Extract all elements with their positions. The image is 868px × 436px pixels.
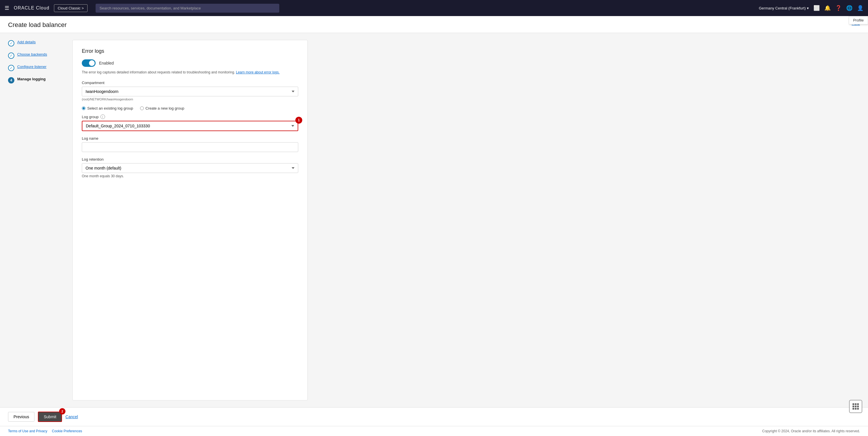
learn-more-link[interactable]: Learn more about error logs. bbox=[236, 70, 280, 74]
main-content: ✓ Add details ✓ Choose backends ✓ Config… bbox=[0, 33, 868, 407]
log-retention-label: Log retention bbox=[82, 157, 298, 162]
step-label-add-details: Add details bbox=[17, 40, 36, 44]
compartment-label: Compartment bbox=[82, 80, 298, 85]
page-header: Create load balancer Help bbox=[0, 16, 868, 33]
footer-links: Terms of Use and Privacy Cookie Preferen… bbox=[8, 429, 82, 433]
search-input[interactable] bbox=[96, 4, 279, 12]
description-text: The error log captures detailed informat… bbox=[82, 70, 298, 75]
region-selector[interactable]: Germany Central (Frankfurt) ▾ bbox=[759, 6, 809, 10]
step-label-manage-logging: Manage logging bbox=[17, 77, 45, 81]
toggle-label: Enabled bbox=[99, 61, 114, 65]
compartment-path: (root)/NETWORK/IwanHoogendoorn bbox=[82, 98, 298, 101]
form-panel: Error logs Enabled The error log capture… bbox=[72, 40, 308, 400]
cookies-link[interactable]: Cookie Preferences bbox=[52, 429, 82, 433]
log-group-info-icon[interactable]: i bbox=[100, 114, 105, 119]
log-retention-select[interactable]: One month (default) bbox=[82, 163, 298, 173]
step-icon-manage-logging: 4 bbox=[8, 77, 14, 83]
globe-icon[interactable]: 🌐 bbox=[846, 5, 852, 11]
log-group-label: Log group i bbox=[82, 114, 298, 119]
help-widget[interactable] bbox=[849, 400, 862, 413]
badge-1: 1 bbox=[296, 117, 302, 124]
terminal-icon[interactable]: ⬜ bbox=[813, 5, 820, 11]
step-add-details[interactable]: ✓ Add details bbox=[8, 40, 65, 46]
submit-button-wrapper: 2 Submit bbox=[38, 412, 62, 422]
terms-link[interactable]: Terms of Use and Privacy bbox=[8, 429, 48, 433]
badge-2: 2 bbox=[59, 408, 65, 414]
help-widget-grid bbox=[852, 403, 859, 410]
step-choose-backends[interactable]: ✓ Choose backends bbox=[8, 52, 65, 59]
step-icon-add-details: ✓ bbox=[8, 40, 14, 46]
cancel-button[interactable]: Cancel bbox=[65, 414, 78, 419]
user-avatar[interactable]: 👤 bbox=[857, 5, 863, 11]
radio-new-input[interactable] bbox=[140, 106, 144, 110]
footer: Terms of Use and Privacy Cookie Preferen… bbox=[0, 426, 868, 436]
oracle-logo: ORACLE Cloud bbox=[14, 5, 50, 11]
page-container: Create load balancer Help ✓ Add details … bbox=[0, 16, 868, 436]
header: ☰ ORACLE Cloud Cloud Classic > Germany C… bbox=[0, 0, 868, 16]
log-name-label: Log name bbox=[82, 136, 298, 140]
step-label-choose-backends: Choose backends bbox=[17, 52, 47, 57]
log-group-select[interactable]: Default_Group_2024_0710_103330 bbox=[82, 121, 298, 131]
step-icon-choose-backends: ✓ bbox=[8, 53, 14, 59]
log-name-group: Log name lb_2024_0712_0800_error bbox=[82, 136, 298, 152]
radio-existing-label[interactable]: Select an existing log group bbox=[82, 106, 133, 110]
log-group-select-wrapper: 1 Default_Group_2024_0710_103330 bbox=[82, 121, 298, 131]
previous-button[interactable]: Previous bbox=[8, 412, 34, 422]
radio-group: Select an existing log group Create a ne… bbox=[82, 106, 298, 110]
section-title: Error logs bbox=[82, 48, 298, 54]
compartment-select[interactable]: IwanHoogendoorn bbox=[82, 87, 298, 96]
cloud-classic-button[interactable]: Cloud Classic > bbox=[54, 4, 88, 12]
compartment-group: Compartment IwanHoogendoorn (root)/NETWO… bbox=[82, 80, 298, 101]
help-icon[interactable]: ❓ bbox=[835, 5, 842, 11]
log-retention-hint: One month equals 30 days. bbox=[82, 174, 298, 178]
toggle-row: Enabled bbox=[82, 59, 298, 67]
copyright-text: Copyright © 2024, Oracle and/or its affi… bbox=[762, 429, 860, 433]
log-retention-group: Log retention One month (default) One mo… bbox=[82, 157, 298, 178]
menu-icon[interactable]: ☰ bbox=[5, 5, 9, 11]
log-group-group: Log group i 1 Default_Group_2024_0710_10… bbox=[82, 114, 298, 131]
steps-sidebar: ✓ Add details ✓ Choose backends ✓ Config… bbox=[8, 40, 65, 400]
bell-icon[interactable]: 🔔 bbox=[825, 5, 831, 11]
radio-existing-input[interactable] bbox=[82, 106, 86, 110]
step-label-configure-listener: Configure listener bbox=[17, 65, 46, 69]
submit-button[interactable]: Submit bbox=[38, 412, 62, 422]
log-name-input[interactable]: lb_2024_0712_0800_error bbox=[82, 142, 298, 152]
step-configure-listener[interactable]: ✓ Configure listener bbox=[8, 65, 65, 71]
bottom-bar: Previous 2 Submit Cancel bbox=[0, 407, 868, 426]
search-bar[interactable] bbox=[96, 4, 279, 12]
step-icon-configure-listener: ✓ bbox=[8, 65, 14, 71]
profile-tooltip: Profile bbox=[849, 16, 868, 24]
enabled-toggle[interactable] bbox=[82, 59, 96, 67]
step-manage-logging[interactable]: 4 Manage logging bbox=[8, 77, 65, 83]
radio-new-label[interactable]: Create a new log group bbox=[140, 106, 184, 110]
header-right: Germany Central (Frankfurt) ▾ ⬜ 🔔 ❓ 🌐 👤 bbox=[759, 5, 863, 11]
page-title: Create load balancer bbox=[8, 21, 67, 29]
